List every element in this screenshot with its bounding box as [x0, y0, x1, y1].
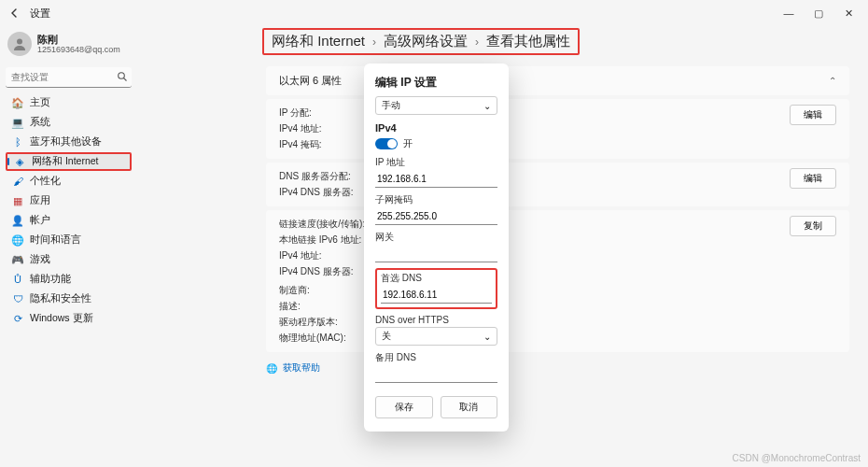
window-title: 设置 — [30, 7, 50, 21]
nav-label: 个性化 — [30, 175, 61, 188]
property-label: IPv4 DNS 服务器: — [279, 186, 353, 199]
user-email: 1251693648@qq.com — [37, 45, 120, 54]
sidebar-item[interactable]: ᛒ蓝牙和其他设备 — [6, 133, 132, 151]
ip-mode-select[interactable]: 手动 ⌄ — [375, 96, 497, 115]
sidebar-item[interactable]: 👤帐户 — [6, 211, 132, 230]
property-label: IPv4 DNS 服务器: — [279, 265, 365, 278]
ipv4-heading: IPv4 — [375, 122, 397, 134]
avatar — [7, 32, 32, 56]
user-block[interactable]: 陈刚 1251693648@qq.com — [6, 30, 132, 64]
sidebar-item[interactable]: 💻系统 — [6, 113, 132, 132]
gateway-input[interactable] — [375, 246, 497, 262]
maximize-button[interactable]: ▢ — [805, 3, 833, 23]
property-label: IPv4 地址: — [279, 249, 365, 262]
edit-button[interactable]: 编辑 — [790, 105, 836, 125]
preferred-dns-input[interactable] — [381, 287, 492, 304]
search-box[interactable] — [6, 67, 132, 88]
save-button[interactable]: 保存 — [375, 396, 433, 418]
svg-line-2 — [124, 78, 127, 81]
adapter-expander[interactable]: 以太网 6 属性 ⌃ — [266, 66, 849, 95]
property-label: IP 分配: — [279, 106, 322, 120]
chevron-right-icon: › — [475, 35, 479, 49]
sidebar-item[interactable]: 🏠主页 — [6, 93, 132, 112]
nav-label: 系统 — [30, 116, 50, 129]
sidebar-item[interactable]: 🎮游戏 — [6, 250, 132, 269]
alt-dns-label: 备用 DNS — [375, 351, 497, 364]
chevron-down-icon: ⌄ — [483, 101, 491, 111]
subnet-label: 子网掩码 — [375, 193, 497, 206]
nav-icon: ◈ — [13, 155, 26, 168]
watermark: CSDN @MonochromeContrast — [733, 453, 861, 463]
nav-icon: 🖌 — [11, 175, 24, 188]
adapter-title: 以太网 6 属性 — [279, 74, 342, 88]
sidebar: 陈刚 1251693648@qq.com 🏠主页💻系统ᛒ蓝牙和其他设备◈网络和 … — [0, 26, 135, 467]
svg-point-1 — [119, 73, 125, 79]
property-label: 制造商: — [279, 284, 365, 297]
search-input[interactable] — [6, 67, 132, 88]
property-label: 链接速度(接收/传输): — [279, 218, 365, 231]
help-link[interactable]: 获取帮助 — [283, 361, 320, 375]
nav-icon: 👤 — [11, 214, 24, 227]
nav-label: 帐户 — [30, 214, 50, 227]
back-button[interactable] — [6, 4, 24, 22]
cancel-button[interactable]: 取消 — [441, 396, 498, 418]
breadcrumb-item[interactable]: 网络和 Internet — [272, 33, 365, 50]
ip-mode-value: 手动 — [382, 99, 400, 112]
get-help[interactable]: 🌐 获取帮助 — [266, 361, 849, 375]
alt-dns-input[interactable] — [375, 366, 497, 383]
nav-label: Windows 更新 — [30, 312, 93, 325]
property-card: DNS 服务器分配:IPv4 DNS 服务器:编辑 — [266, 163, 849, 206]
nav-icon: 🛡 — [11, 292, 24, 305]
sidebar-item[interactable]: ▦应用 — [6, 191, 132, 210]
close-button[interactable]: ✕ — [834, 3, 862, 23]
property-label: 驱动程序版本: — [279, 316, 365, 329]
svg-point-0 — [17, 39, 22, 45]
search-icon — [117, 71, 128, 84]
chevron-right-icon: › — [372, 35, 376, 49]
sidebar-item[interactable]: 🛡隐私和安全性 — [6, 290, 132, 308]
nav-icon: ⟳ — [11, 312, 24, 325]
chevron-down-icon: ⌄ — [483, 332, 491, 342]
nav-icon: 💻 — [11, 116, 24, 129]
property-label: IPv4 地址: — [279, 122, 322, 135]
nav-label: 主页 — [30, 96, 50, 109]
property-label: 描述: — [279, 300, 365, 313]
breadcrumb: 网络和 Internet › 高级网络设置 › 查看其他属性 — [264, 30, 578, 53]
nav-label: 蓝牙和其他设备 — [30, 135, 102, 149]
dns-https-label: DNS over HTTPS — [375, 315, 497, 325]
nav-label: 游戏 — [30, 253, 50, 266]
subnet-input[interactable] — [375, 208, 497, 225]
breadcrumb-item[interactable]: 高级网络设置 — [384, 33, 468, 50]
edit-button[interactable]: 编辑 — [790, 168, 836, 189]
user-name: 陈刚 — [37, 34, 120, 46]
sidebar-item[interactable]: ⟳Windows 更新 — [6, 309, 132, 328]
dns-https-select[interactable]: 关 ⌄ — [375, 327, 497, 346]
nav-icon: ▦ — [11, 194, 24, 207]
nav-icon: ᛒ — [11, 135, 24, 149]
ip-address-input[interactable] — [375, 171, 497, 188]
dns-https-value: 关 — [382, 330, 391, 343]
property-label: 本地链接 IPv6 地址: — [279, 234, 365, 247]
preferred-dns-label: 首选 DNS — [381, 272, 492, 285]
nav-icon: 🎮 — [11, 253, 24, 266]
help-icon: 🌐 — [266, 363, 277, 374]
breadcrumb-item: 查看其他属性 — [486, 33, 570, 50]
property-label: 物理地址(MAC): — [279, 332, 365, 345]
gateway-label: 网关 — [375, 231, 497, 244]
nav-icon: 🏠 — [11, 96, 24, 109]
minimize-button[interactable]: — — [775, 3, 803, 23]
property-label: DNS 服务器分配: — [279, 170, 353, 183]
chevron-up-icon: ⌃ — [829, 76, 836, 86]
property-card: IP 分配:IPv4 地址:IPv4 掩码:编辑 — [266, 99, 849, 159]
nav-icon: 🌐 — [11, 234, 24, 247]
sidebar-item[interactable]: ◈网络和 Internet — [6, 152, 132, 171]
sidebar-item[interactable]: Ů辅助功能 — [6, 270, 132, 289]
sidebar-item[interactable]: 🌐时间和语言 — [6, 231, 132, 249]
ip-settings-dialog: 编辑 IP 设置 手动 ⌄ IPv4 开 IP 地址 子网掩码 网关 首选 DN… — [364, 64, 509, 432]
nav-label: 时间和语言 — [30, 234, 81, 247]
ipv4-toggle[interactable] — [375, 138, 398, 149]
sidebar-item[interactable]: 🖌个性化 — [6, 172, 132, 191]
nav-label: 网络和 Internet — [32, 155, 99, 168]
ip-address-label: IP 地址 — [375, 156, 497, 169]
copy-button[interactable]: 复制 — [790, 216, 836, 236]
